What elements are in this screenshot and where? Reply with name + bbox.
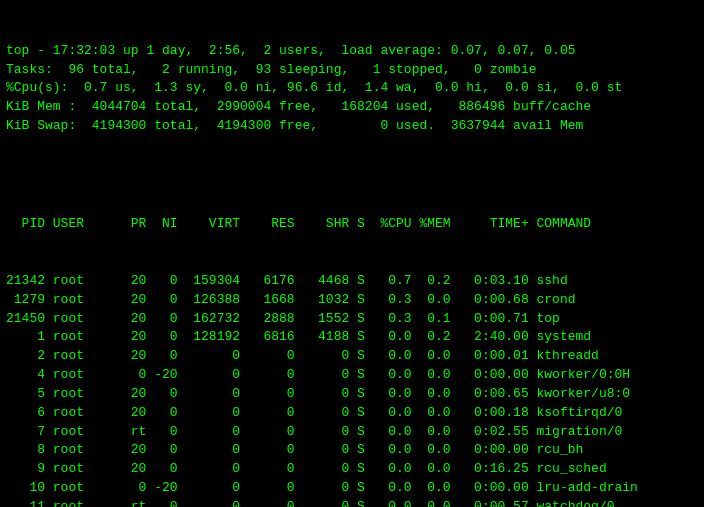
header-line: top - 17:32:03 up 1 day, 2:56, 2 users, …: [6, 42, 698, 61]
process-table: PID USER PR NI VIRT RES SHR S %CPU %MEM …: [6, 178, 698, 507]
process-row: 7 root rt 0 0 0 0 S 0.0 0.0 0:02.55 migr…: [6, 423, 698, 442]
process-row: 11 root rt 0 0 0 0 S 0.0 0.0 0:00.57 wat…: [6, 498, 698, 507]
process-row: 21342 root 20 0 159304 6176 4468 S 0.7 0…: [6, 272, 698, 291]
process-row: 8 root 20 0 0 0 0 S 0.0 0.0 0:00.00 rcu_…: [6, 441, 698, 460]
header-line: %Cpu(s): 0.7 us, 1.3 sy, 0.0 ni, 96.6 id…: [6, 79, 698, 98]
process-row: 2 root 20 0 0 0 0 S 0.0 0.0 0:00.01 kthr…: [6, 347, 698, 366]
column-header: PID USER PR NI VIRT RES SHR S %CPU %MEM …: [6, 215, 698, 234]
process-row: 6 root 20 0 0 0 0 S 0.0 0.0 0:00.18 ksof…: [6, 404, 698, 423]
header-line: KiB Mem : 4044704 total, 2990004 free, 1…: [6, 98, 698, 117]
process-row: 1279 root 20 0 126388 1668 1032 S 0.3 0.…: [6, 291, 698, 310]
header-line: Tasks: 96 total, 2 running, 93 sleeping,…: [6, 61, 698, 80]
header-line: KiB Swap: 4194300 total, 4194300 free, 0…: [6, 117, 698, 136]
header-section: top - 17:32:03 up 1 day, 2:56, 2 users, …: [6, 42, 698, 136]
process-row: 10 root 0 -20 0 0 0 S 0.0 0.0 0:00.00 lr…: [6, 479, 698, 498]
process-row: 9 root 20 0 0 0 0 S 0.0 0.0 0:16.25 rcu_…: [6, 460, 698, 479]
process-row: 4 root 0 -20 0 0 0 S 0.0 0.0 0:00.00 kwo…: [6, 366, 698, 385]
process-list: 21342 root 20 0 159304 6176 4468 S 0.7 0…: [6, 272, 698, 507]
terminal-output: top - 17:32:03 up 1 day, 2:56, 2 users, …: [6, 4, 698, 507]
process-row: 5 root 20 0 0 0 0 S 0.0 0.0 0:00.65 kwor…: [6, 385, 698, 404]
process-row: 1 root 20 0 128192 6816 4188 S 0.0 0.2 2…: [6, 328, 698, 347]
process-row: 21450 root 20 0 162732 2888 1552 S 0.3 0…: [6, 310, 698, 329]
